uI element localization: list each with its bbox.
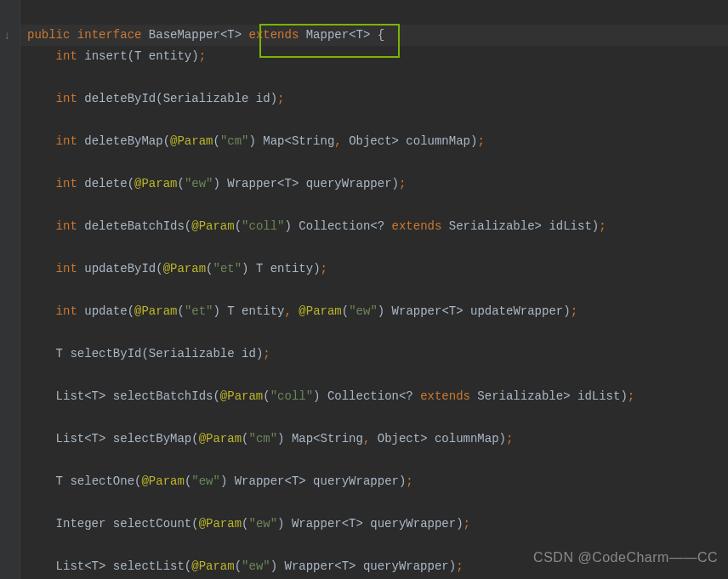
type-integer: Integer bbox=[56, 517, 113, 531]
param: Wrapper<T> updateWrapper bbox=[384, 304, 563, 318]
keyword-int: int bbox=[56, 49, 77, 63]
param: Map<String bbox=[256, 134, 334, 148]
string-literal: "ew" bbox=[242, 559, 270, 573]
semicolon: ; bbox=[277, 92, 284, 105]
string-literal: "coll" bbox=[242, 219, 284, 233]
param: Object> columnMap bbox=[370, 432, 498, 446]
method-selectbymap: selectByMap bbox=[113, 432, 191, 446]
keyword-int: int bbox=[56, 177, 77, 190]
code-line: int deleteById(Serializable id); bbox=[20, 88, 728, 110]
semicolon: ; bbox=[599, 219, 606, 233]
code-line bbox=[20, 322, 728, 343]
keyword-extends: extends bbox=[420, 389, 470, 403]
generic-t: <T> bbox=[349, 28, 370, 42]
keyword-int: int bbox=[56, 304, 77, 318]
keyword-int: int bbox=[56, 134, 77, 148]
code-line bbox=[20, 152, 728, 173]
type-t: T bbox=[56, 474, 71, 488]
param: Wrapper<T> queryWrapper bbox=[277, 559, 449, 573]
param: Wrapper<T> queryWrapper bbox=[227, 474, 399, 488]
code-line bbox=[20, 407, 728, 429]
type-list-t: List<T> bbox=[56, 432, 113, 446]
param: Object> columnMap bbox=[342, 134, 470, 148]
semicolon: ; bbox=[464, 517, 470, 531]
gutter-arrow-icon: ↓ bbox=[3, 29, 10, 43]
code-line bbox=[20, 237, 728, 258]
string-literal: "cm" bbox=[220, 134, 249, 148]
annotation-param: @Param bbox=[134, 304, 177, 318]
annotation-param: @Param bbox=[134, 177, 177, 190]
annotation-param: @Param bbox=[299, 304, 341, 318]
string-literal: "ew" bbox=[185, 177, 213, 190]
method-deletebatchids: deleteBatchIds bbox=[84, 219, 185, 233]
code-line: List<T> selectBatchIds(@Param("coll") Co… bbox=[20, 386, 728, 407]
semicolon: ; bbox=[506, 432, 513, 446]
code-line: public interface BaseMapper<T> extends M… bbox=[20, 25, 728, 46]
param: Wrapper<T> queryWrapper bbox=[285, 517, 457, 531]
keyword-extends: extends bbox=[392, 219, 442, 233]
method-deletebyid: deleteById bbox=[84, 92, 156, 105]
method-insert: insert bbox=[84, 49, 127, 63]
annotation-param: @Param bbox=[199, 432, 242, 446]
string-literal: "ew" bbox=[349, 304, 378, 318]
code-line: T selectOne(@Param("ew") Wrapper<T> quer… bbox=[20, 471, 728, 492]
method-delete: delete bbox=[84, 177, 127, 190]
code-line bbox=[20, 365, 728, 386]
annotation-param: @Param bbox=[170, 134, 213, 148]
code-line: List<T> selectByMap(@Param("cm") Map<Str… bbox=[20, 429, 728, 450]
code-line: T selectById(Serializable id); bbox=[20, 343, 728, 365]
method-selectbatchids: selectBatchIds bbox=[113, 389, 213, 403]
generic-t: <T> bbox=[220, 28, 242, 42]
semicolon: ; bbox=[263, 347, 270, 360]
semicolon: ; bbox=[477, 134, 484, 148]
param: T entity bbox=[249, 262, 314, 275]
semicolon: ; bbox=[199, 49, 206, 63]
code-line: int deleteBatchIds(@Param("coll") Collec… bbox=[20, 216, 728, 237]
code-line bbox=[20, 280, 728, 301]
code-editor[interactable]: public interface BaseMapper<T> extends M… bbox=[20, 0, 728, 579]
code-line bbox=[20, 110, 728, 131]
keyword-int: int bbox=[56, 262, 77, 275]
keyword-interface: interface bbox=[77, 28, 142, 42]
semicolon: ; bbox=[456, 559, 463, 573]
param: Serializable id bbox=[149, 347, 256, 360]
annotation-param: @Param bbox=[141, 474, 184, 488]
param: Serializable id bbox=[163, 92, 270, 105]
type-list-t: List<T> bbox=[56, 389, 113, 403]
semicolon: ; bbox=[628, 389, 634, 403]
param: Collection<? bbox=[321, 389, 421, 403]
param: Serializable> idList bbox=[441, 219, 591, 233]
method-selectcount: selectCount bbox=[113, 517, 191, 531]
code-line: int updateById(@Param("et") T entity); bbox=[20, 258, 728, 280]
comma: , bbox=[334, 134, 341, 148]
comma: , bbox=[285, 304, 292, 318]
method-deletebymap: deleteByMap bbox=[84, 134, 162, 148]
string-literal: "et" bbox=[213, 262, 242, 275]
method-selectlist: selectList bbox=[113, 559, 185, 573]
keyword-public: public bbox=[27, 28, 70, 42]
code-line: Integer selectCount(@Param("ew") Wrapper… bbox=[20, 514, 728, 535]
brace-open: { bbox=[378, 28, 384, 42]
semicolon: ; bbox=[571, 304, 577, 318]
string-literal: "ew" bbox=[248, 517, 277, 531]
code-line: int deleteByMap(@Param("cm") Map<String,… bbox=[20, 131, 728, 152]
type-list-t: List<T> bbox=[56, 559, 113, 573]
annotation-param: @Param bbox=[163, 262, 206, 275]
semicolon: ; bbox=[321, 262, 327, 275]
string-literal: "ew" bbox=[191, 474, 220, 488]
code-line bbox=[20, 67, 728, 88]
code-line: int update(@Param("et") T entity, @Param… bbox=[20, 301, 728, 322]
watermark-text: CSDN @CodeCharm——CC bbox=[533, 550, 718, 565]
string-literal: "cm" bbox=[248, 432, 277, 446]
semicolon: ; bbox=[406, 474, 412, 488]
code-line bbox=[20, 195, 728, 216]
editor-gutter: ↓ bbox=[0, 0, 20, 579]
code-line: int delete(@Param("ew") Wrapper<T> query… bbox=[20, 173, 728, 195]
code-line bbox=[20, 3, 728, 25]
annotation-param: @Param bbox=[191, 559, 234, 573]
keyword-int: int bbox=[56, 92, 77, 105]
annotation-param: @Param bbox=[199, 517, 242, 531]
method-selectone: selectOne bbox=[70, 474, 134, 488]
param: Map<String bbox=[285, 432, 363, 446]
method-update: update bbox=[84, 304, 127, 318]
